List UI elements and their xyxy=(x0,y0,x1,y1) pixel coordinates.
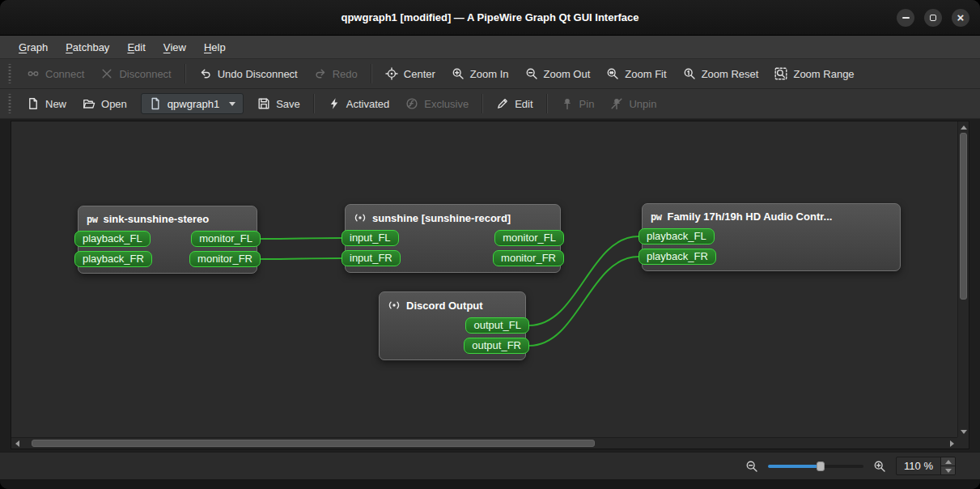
toolbar-grip[interactable] xyxy=(7,94,12,113)
port-output_FL[interactable]: output_FL xyxy=(465,317,529,334)
zoom-range-label: Zoom Range xyxy=(793,68,854,80)
scroll-right-button[interactable] xyxy=(946,438,957,449)
zoom-fit-label: Zoom Fit xyxy=(625,68,666,80)
edit-button[interactable]: Edit xyxy=(489,93,540,114)
port-input_FR[interactable]: input_FR xyxy=(342,250,401,266)
zoom-out-icon[interactable] xyxy=(745,460,758,473)
save-icon xyxy=(257,97,270,110)
scroll-down-button[interactable] xyxy=(958,426,969,437)
vertical-scroll-track[interactable] xyxy=(958,133,969,426)
zoom-range-button[interactable]: Zoom Range xyxy=(767,63,861,84)
exclusive-button: Exclusive xyxy=(398,93,476,114)
patchbay-toolbar: NewOpenqpwgraph1SaveActivatedExclusiveEd… xyxy=(0,89,980,119)
activated-button[interactable]: Activated xyxy=(320,93,397,114)
horizontal-scroll-track[interactable] xyxy=(23,438,946,449)
node-ports: input_FLinput_FRmonitor_FLmonitor_FR xyxy=(346,230,560,266)
graph-canvas[interactable]: pwsink-sunshine-stereoplayback_FLplaybac… xyxy=(11,121,957,437)
disconnect-button: Disconnect xyxy=(93,63,178,84)
node-ports: playback_FLplayback_FRmonitor_FLmonitor_… xyxy=(78,231,257,267)
node-sink[interactable]: pwsink-sunshine-stereoplayback_FLplaybac… xyxy=(78,206,257,274)
window-bottom-edge xyxy=(0,479,980,489)
node-sunshine[interactable]: sunshine [sunshine-record]input_FLinput_… xyxy=(345,204,561,273)
node-family[interactable]: pwFamily 17h/19h HD Audio Contr...playba… xyxy=(642,203,901,271)
patchbay-profile-combo[interactable]: qpwgraph1 xyxy=(141,93,244,114)
zoom-out-icon xyxy=(525,67,538,80)
chevron-down-icon xyxy=(229,102,235,106)
new-button[interactable]: New xyxy=(19,93,74,114)
main-area: pwsink-sunshine-stereoplayback_FLplaybac… xyxy=(0,119,980,452)
port-playback_FL[interactable]: playback_FL xyxy=(74,231,151,247)
zoom-spinbox[interactable]: 110 % xyxy=(896,457,956,475)
port-monitor_FL[interactable]: monitor_FL xyxy=(191,231,261,247)
zoom-increment-button[interactable] xyxy=(941,457,955,466)
menu-view[interactable]: View xyxy=(155,36,195,58)
port-playback_FR[interactable]: playback_FR xyxy=(74,251,152,267)
horizontal-scroll-thumb[interactable] xyxy=(32,440,595,447)
zoom-slider[interactable] xyxy=(768,460,863,473)
toolbar-grip[interactable] xyxy=(7,64,12,83)
zoom-slider-handle[interactable] xyxy=(817,461,825,471)
horizontal-scrollbar[interactable] xyxy=(11,437,957,449)
scroll-up-button[interactable] xyxy=(958,121,969,133)
node-header: pwFamily 17h/19h HD Audio Contr... xyxy=(643,208,900,228)
close-icon: × xyxy=(957,11,965,23)
port-monitor_FR[interactable]: monitor_FR xyxy=(493,250,564,266)
connect-button: Connect xyxy=(19,63,91,84)
edit-icon xyxy=(496,97,509,110)
close-button[interactable]: × xyxy=(952,9,969,27)
menu-help[interactable]: Help xyxy=(195,36,235,58)
port-playback_FL[interactable]: playback_FL xyxy=(638,228,715,244)
vertical-scroll-thumb[interactable] xyxy=(960,133,967,300)
open-button[interactable]: Open xyxy=(75,93,134,114)
zoom-decrement-button[interactable] xyxy=(941,466,955,474)
maximize-icon xyxy=(930,15,936,21)
toolbar-separator xyxy=(482,94,483,113)
node-title: sunshine [sunshine-record] xyxy=(372,212,511,224)
titlebar[interactable]: qpwgraph1 [modified] — A PipeWire Graph … xyxy=(0,0,980,36)
center-button[interactable]: Center xyxy=(378,63,443,84)
activated-label: Activated xyxy=(346,98,389,110)
zoom-reset-button[interactable]: Zoom Reset xyxy=(676,63,766,84)
menu-edit[interactable]: Edit xyxy=(118,36,154,58)
port-playback_FR[interactable]: playback_FR xyxy=(638,249,716,265)
minimize-button[interactable] xyxy=(897,9,914,27)
menu-patchbay[interactable]: Patchbay xyxy=(57,36,118,58)
new-icon xyxy=(27,97,40,110)
node-header: Discord Output xyxy=(380,296,525,317)
node-discord[interactable]: Discord Outputoutput_FLoutput_FR xyxy=(379,291,526,360)
menu-graph[interactable]: Graph xyxy=(10,36,57,58)
zoom-fit-button[interactable]: Zoom Fit xyxy=(599,63,673,84)
node-ports: output_FLoutput_FR xyxy=(380,317,525,354)
center-label: Center xyxy=(404,68,435,80)
arrow-down-icon xyxy=(945,469,952,473)
exclusive-label: Exclusive xyxy=(424,98,469,110)
connection-wire[interactable] xyxy=(261,258,342,259)
zoom-out-button[interactable]: Zoom Out xyxy=(518,63,598,84)
port-output_FR[interactable]: output_FR xyxy=(464,338,529,354)
port-monitor_FL[interactable]: monitor_FL xyxy=(494,230,564,246)
disconnect-label: Disconnect xyxy=(119,68,171,80)
node-header: sunshine [sunshine-record] xyxy=(346,209,560,230)
redo-icon xyxy=(314,67,327,80)
zoom-slider-fill xyxy=(768,465,821,468)
zoom-reset-icon xyxy=(683,67,696,80)
zoom-in-icon[interactable] xyxy=(873,460,886,473)
port-input_FL[interactable]: input_FL xyxy=(342,230,399,246)
unpin-icon xyxy=(610,97,623,110)
save-button[interactable]: Save xyxy=(250,93,308,114)
scroll-left-button[interactable] xyxy=(11,438,23,449)
maximize-button[interactable] xyxy=(924,9,942,27)
arrow-left-icon xyxy=(15,440,19,447)
zoom-reset-label: Zoom Reset xyxy=(702,68,759,80)
zoom-in-button[interactable]: Zoom In xyxy=(444,63,516,84)
undo-disconnect-button[interactable]: Undo Disconnect xyxy=(192,63,305,84)
statusbar: 110 % xyxy=(0,452,980,479)
save-label: Save xyxy=(276,98,300,110)
activated-icon xyxy=(328,97,341,110)
redo-button: Redo xyxy=(307,63,365,84)
vertical-scrollbar[interactable] xyxy=(957,121,969,437)
connect-icon xyxy=(27,67,40,80)
port-monitor_FR[interactable]: monitor_FR xyxy=(189,251,261,267)
zoom-in-icon xyxy=(452,67,465,80)
connection-wire[interactable] xyxy=(261,238,342,239)
